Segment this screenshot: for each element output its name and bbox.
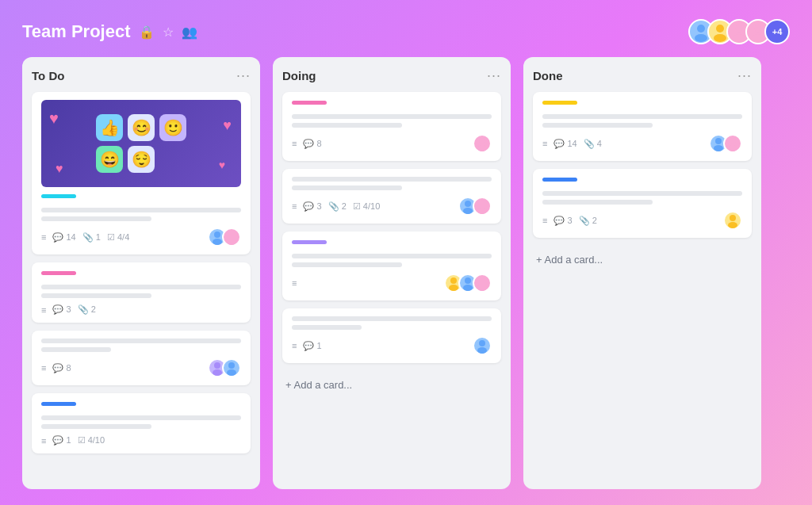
card-footer-doing-2: ≡ 💬 3 📎 2 ☑ 4/10 <box>292 197 492 216</box>
card-doing-3[interactable]: ≡ <box>282 231 501 300</box>
svg-point-34 <box>730 215 736 221</box>
card-done-1[interactable]: ≡ 💬 14 📎 4 <box>533 92 752 161</box>
doing-tag-1 <box>292 101 327 105</box>
card-meta-todo-4: ≡ 💬 1 ☑ 4/10 <box>41 435 105 446</box>
card-avatar-d3-pink <box>473 274 492 293</box>
card-avatar-d1-pink <box>473 134 492 153</box>
card-avatars-doing-4 <box>473 336 492 355</box>
card-avatar-pink <box>222 228 241 247</box>
column-todo: To Do ··· ♥ ♥ ♥ ♥ 👍 😊 🙂 <box>22 57 260 489</box>
meta-d1-list: ≡ <box>292 139 297 148</box>
svg-point-11 <box>227 239 236 245</box>
card-line-4 <box>41 293 151 298</box>
card-line-2 <box>41 216 151 221</box>
svg-point-29 <box>477 347 487 354</box>
meta-list2: ≡ <box>41 305 46 315</box>
card-todo-2[interactable]: ≡ 💬 3 📎 2 <box>32 262 251 323</box>
card-avatar-d4-blue <box>473 336 492 355</box>
card-footer-todo-3: ≡ 💬 8 <box>41 358 241 377</box>
meta-dn1-comments: 💬 14 <box>553 139 576 149</box>
doing-line-3 <box>292 177 492 182</box>
svg-point-23 <box>449 285 458 291</box>
card-avatar-dn2-yellow <box>723 211 742 230</box>
svg-point-4 <box>735 25 743 33</box>
svg-point-19 <box>463 208 473 214</box>
svg-point-35 <box>728 222 737 228</box>
svg-point-13 <box>213 369 222 376</box>
meta-attach2: 📎 2 <box>78 304 96 315</box>
column-title-todo: To Do <box>32 69 64 82</box>
svg-point-8 <box>214 231 220 238</box>
card-footer-todo-1: ≡ 💬 14 📎 1 ☑ 4/4 <box>41 228 241 247</box>
card-tag-pink <box>41 271 76 275</box>
card-footer-doing-3: ≡ <box>292 274 492 293</box>
meta-dn2-list: ≡ <box>542 216 547 225</box>
meta-comments4: 💬 1 <box>52 435 71 446</box>
svg-point-28 <box>479 340 485 346</box>
card-doing-4[interactable]: ≡ 💬 1 <box>282 308 501 363</box>
column-menu-done[interactable]: ··· <box>737 68 752 82</box>
doing-tag-3 <box>292 240 327 244</box>
done-line-3 <box>542 191 742 196</box>
card-footer-doing-1: ≡ 💬 8 <box>292 134 492 153</box>
svg-point-17 <box>477 145 487 151</box>
card-meta-doing-4: ≡ 💬 1 <box>292 341 322 351</box>
add-card-done[interactable]: + Add a card... <box>533 249 752 270</box>
svg-point-2 <box>716 25 724 33</box>
svg-point-31 <box>714 145 723 151</box>
svg-point-25 <box>463 285 473 291</box>
doing-line-5 <box>292 254 492 258</box>
meta-comments2: 💬 3 <box>52 304 71 315</box>
emoji-smile3: 😄 <box>96 146 123 173</box>
card-tag-blue <box>41 402 76 406</box>
meta-d2-list: ≡ <box>292 201 297 211</box>
column-menu-doing[interactable]: ··· <box>487 68 501 82</box>
card-meta-done-2: ≡ 💬 3 📎 2 <box>542 216 597 226</box>
emoji-smile1: 😊 <box>128 114 155 141</box>
card-avatars-done-2 <box>723 211 742 230</box>
meta-dn2-attach: 📎 2 <box>579 216 597 226</box>
card-doing-1[interactable]: ≡ 💬 8 <box>282 92 501 161</box>
meta-comments3: 💬 8 <box>52 363 71 373</box>
card-footer-done-1: ≡ 💬 14 📎 4 <box>542 134 742 153</box>
card-image: ♥ ♥ ♥ ♥ 👍 😊 🙂 😄 😌 <box>41 100 241 187</box>
done-tag-2 <box>542 178 577 182</box>
doing-line-8 <box>292 325 362 330</box>
svg-point-20 <box>479 201 485 207</box>
column-doing: Doing ··· ≡ 💬 8 <box>273 57 511 489</box>
meta-dn1-attach: 📎 4 <box>584 139 602 149</box>
card-footer-done-2: ≡ 💬 3 📎 2 <box>542 211 742 230</box>
svg-point-33 <box>728 145 737 151</box>
meta-d1-comments: 💬 8 <box>303 139 321 149</box>
svg-point-15 <box>227 369 236 376</box>
card-meta-todo-3: ≡ 💬 8 <box>41 363 71 373</box>
avatar-group: +4 <box>688 19 790 44</box>
done-tag-1 <box>542 101 577 105</box>
add-card-doing[interactable]: + Add a card... <box>282 374 501 396</box>
svg-point-32 <box>730 138 736 144</box>
card-meta-todo-2: ≡ 💬 3 📎 2 <box>41 304 96 315</box>
card-footer-todo-2: ≡ 💬 3 📎 2 <box>41 304 241 315</box>
meta-d4-comments: 💬 1 <box>303 341 321 351</box>
star-icon[interactable]: ☆ <box>163 25 174 40</box>
card-doing-2[interactable]: ≡ 💬 3 📎 2 ☑ 4/10 <box>282 169 501 224</box>
meta-dn2-comments: 💬 3 <box>553 216 572 226</box>
column-title-done: Done <box>533 69 563 82</box>
card-avatars-done-1 <box>709 134 742 153</box>
card-meta-doing-1: ≡ 💬 8 <box>292 139 322 149</box>
svg-point-26 <box>479 277 485 284</box>
svg-point-30 <box>715 138 722 144</box>
card-line-8 <box>41 424 151 429</box>
svg-point-5 <box>733 34 745 42</box>
card-done-2[interactable]: ≡ 💬 3 📎 2 <box>533 169 752 238</box>
card-todo-3[interactable]: ≡ 💬 8 <box>32 331 251 385</box>
card-line-1 <box>41 208 241 212</box>
card-todo-1[interactable]: ♥ ♥ ♥ ♥ 👍 😊 🙂 😄 😌 <box>32 92 251 254</box>
card-avatar-dn1-pink <box>723 134 742 153</box>
svg-point-22 <box>450 277 457 284</box>
card-meta-done-1: ≡ 💬 14 📎 4 <box>542 139 602 149</box>
card-todo-4[interactable]: ≡ 💬 1 ☑ 4/10 <box>32 393 251 453</box>
card-meta-todo-1: ≡ 💬 14 📎 1 ☑ 4/4 <box>41 232 129 243</box>
svg-point-24 <box>465 277 471 284</box>
column-menu-todo[interactable]: ··· <box>236 68 251 82</box>
